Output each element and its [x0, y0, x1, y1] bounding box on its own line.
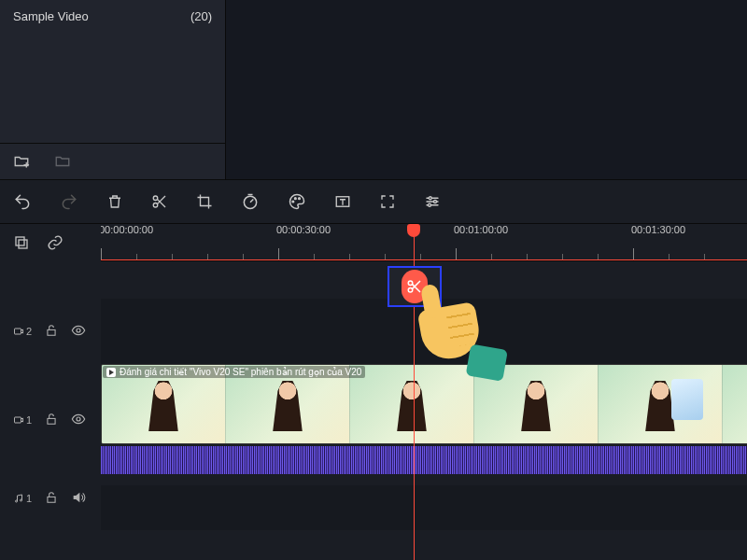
video-clip[interactable]: Đánh giá chi tiết "Vivo V20 SE" phiên bả…: [101, 364, 747, 476]
svg-point-2: [244, 196, 256, 208]
lock-icon[interactable]: [45, 413, 58, 427]
copy-icon[interactable]: [13, 234, 30, 251]
playhead[interactable]: [414, 224, 415, 560]
track-head-a1[interactable]: 1: [0, 476, 101, 521]
timeline-toolbar: [0, 179, 747, 224]
color-icon[interactable]: [288, 192, 306, 211]
redo-icon[interactable]: [60, 192, 78, 211]
track-head-v1[interactable]: 1: [0, 364, 101, 476]
svg-point-14: [77, 329, 80, 332]
svg-point-3: [292, 201, 294, 203]
ruler-time-3: 00:01:30:00: [631, 224, 685, 235]
link-icon[interactable]: [47, 234, 63, 251]
clip-waveform: [101, 446, 747, 474]
track-label-v1: 1: [13, 414, 32, 426]
visibility-icon[interactable]: [71, 412, 86, 428]
visibility-icon[interactable]: [71, 323, 86, 340]
svg-rect-12: [15, 329, 21, 334]
ruler-time-1: 00:00:30:00: [276, 224, 331, 235]
svg-rect-13: [48, 329, 55, 335]
crop-icon[interactable]: [196, 193, 213, 210]
svg-point-9: [429, 203, 431, 206]
settings-sliders-icon[interactable]: [424, 193, 441, 210]
preview-panel: [226, 0, 747, 179]
ruler-time-0: 00:00:00:00: [101, 224, 153, 235]
text-icon[interactable]: [334, 193, 351, 210]
svg-point-19: [21, 499, 22, 501]
lock-icon[interactable]: [45, 324, 58, 339]
speed-icon[interactable]: [241, 192, 260, 211]
svg-rect-10: [19, 240, 27, 248]
svg-point-4: [295, 198, 297, 200]
track-label-v2: 2: [13, 326, 32, 337]
media-folder-count: (20): [190, 9, 212, 23]
tutorial-hand-cursor: [417, 301, 484, 363]
svg-rect-11: [16, 237, 24, 245]
svg-rect-15: [15, 417, 21, 423]
folder-icon[interactable]: [54, 153, 71, 170]
expand-icon[interactable]: [379, 193, 396, 210]
svg-point-7: [429, 197, 431, 200]
new-folder-icon[interactable]: [13, 153, 30, 170]
clip-title: Đánh giá chi tiết "Vivo V20 SE" phiên bả…: [103, 366, 365, 378]
svg-point-17: [77, 417, 80, 421]
svg-point-18: [16, 500, 18, 502]
media-folder-sample-video[interactable]: Sample Video (20): [0, 0, 225, 33]
media-library-panel: Sample Video (20): [0, 0, 226, 179]
track-lane-a1[interactable]: [101, 485, 747, 530]
delete-icon[interactable]: [106, 193, 123, 210]
timeline-ruler[interactable]: 00:00:00:00 00:00:30:00 00:01:00:00 00:0…: [101, 224, 747, 261]
media-folder-label: Sample Video: [13, 9, 89, 23]
svg-rect-20: [48, 497, 55, 502]
ruler-time-2: 00:01:00:00: [454, 224, 508, 235]
scissors-icon[interactable]: [151, 193, 168, 210]
track-head-v2[interactable]: 2: [0, 299, 101, 364]
svg-point-8: [434, 201, 437, 203]
mute-icon[interactable]: [71, 490, 86, 507]
track-label-a1: 1: [13, 493, 32, 504]
undo-icon[interactable]: [13, 192, 32, 211]
svg-rect-16: [48, 418, 55, 424]
svg-point-5: [299, 198, 301, 200]
lock-icon[interactable]: [45, 491, 58, 506]
